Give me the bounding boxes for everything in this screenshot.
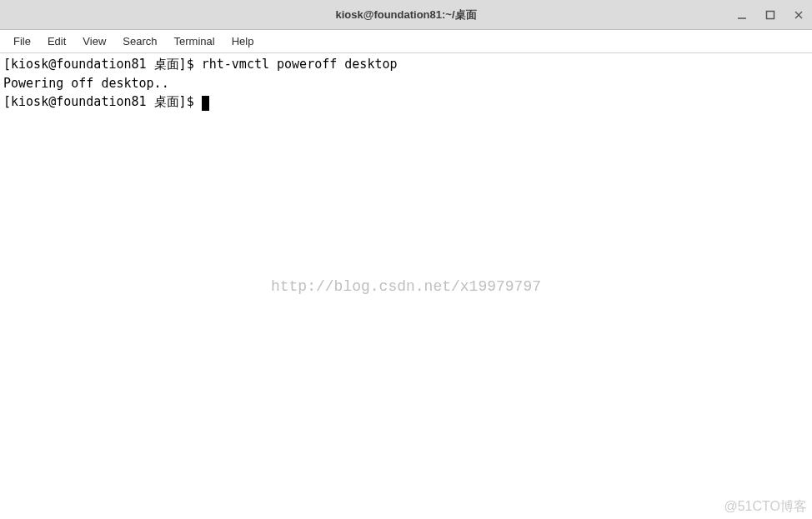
prompt: [kiosk@foundation81 桌面]$ [3,94,202,109]
menu-search[interactable]: Search [114,32,165,51]
prompt: [kiosk@foundation81 桌面]$ [3,57,202,72]
window-controls [735,0,805,30]
terminal-line: [kiosk@foundation81 桌面]$ rht-vmctl power… [3,55,809,74]
svg-rect-1 [767,12,774,19]
minimize-button[interactable] [735,8,749,22]
menu-view[interactable]: View [74,32,114,51]
terminal-output[interactable]: [kiosk@foundation81 桌面]$ rht-vmctl power… [0,53,812,519]
window-title: kiosk@foundation81:~/桌面 [335,7,476,22]
cursor-icon [202,96,209,111]
terminal-line: Powering off desktop.. [3,74,809,93]
menu-terminal[interactable]: Terminal [166,32,223,51]
close-button[interactable] [792,8,805,22]
window-titlebar: kiosk@foundation81:~/桌面 [0,0,812,30]
watermark-center: http://blog.csdn.net/x19979797 [271,275,541,297]
menu-file[interactable]: File [5,32,39,51]
command-text: rht-vmctl poweroff desktop [202,57,398,72]
maximize-button[interactable] [764,8,777,22]
menu-edit[interactable]: Edit [39,32,74,51]
menu-help[interactable]: Help [223,32,263,51]
terminal-line: [kiosk@foundation81 桌面]$ [3,92,809,112]
menubar: File Edit View Search Terminal Help [0,30,812,53]
